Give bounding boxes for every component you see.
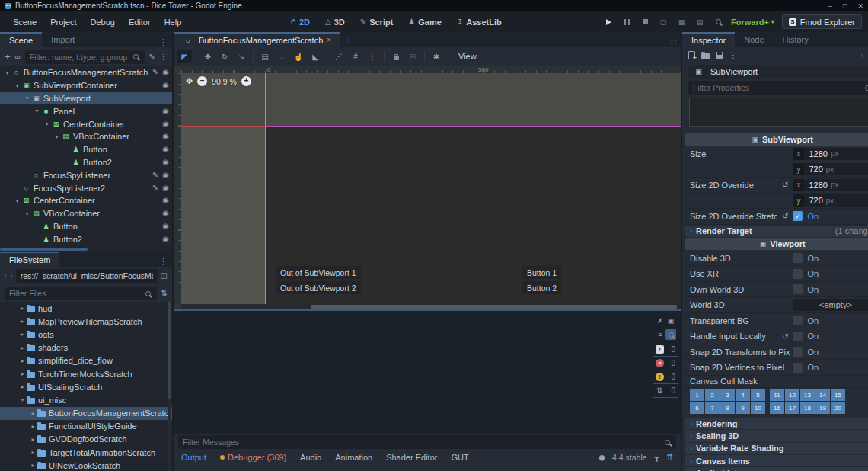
folder-ui_misc[interactable]: ▾ui_misc: [0, 393, 172, 406]
revert-icon[interactable]: ↺: [782, 332, 788, 341]
canvas-viewport[interactable]: 0 500 ✥ − 90.9 % + Out of Su: [174, 66, 681, 309]
visibility-eye-icon[interactable]: ◉: [162, 197, 169, 204]
minimize-button[interactable]: –: [828, 2, 832, 10]
save-resource-button[interactable]: [716, 52, 723, 59]
cull-mask-bit[interactable]: 20: [831, 402, 845, 414]
expand-arrow[interactable]: ▾: [43, 120, 51, 127]
expand-arrow[interactable]: ▸: [29, 449, 37, 456]
movie-writer-icon[interactable]: ▤: [694, 18, 705, 27]
vector-value-field[interactable]: x1280px⇅: [793, 179, 868, 191]
maximize-button[interactable]: □: [843, 2, 847, 10]
filesystem-filter-input[interactable]: [5, 287, 157, 300]
visibility-eye-icon[interactable]: ◉: [162, 107, 169, 115]
folder-mappreviewtilemapscratch[interactable]: ▸MapPreviewTilemapScratch: [0, 315, 172, 328]
expand-arrow[interactable]: ▾: [33, 107, 41, 114]
tab-history[interactable]: History: [774, 32, 818, 47]
current-path-field[interactable]: [16, 269, 158, 283]
canvas-hscrollbar[interactable]: [181, 304, 681, 309]
folder-uiscalingscratch[interactable]: ▸UIScalingScratch: [0, 380, 172, 393]
cull-mask-bit[interactable]: 4: [736, 389, 750, 401]
tab-filesystem[interactable]: FileSystem: [0, 252, 59, 267]
move-tool-button[interactable]: ✥: [200, 50, 215, 63]
visibility-eye-icon[interactable]: ◉: [162, 69, 169, 76]
visibility-eye-icon[interactable]: ◉: [162, 210, 169, 217]
play-button[interactable]: [603, 18, 614, 27]
tree-node-subviewport[interactable]: ▾▣SubViewport: [0, 92, 172, 105]
view-menu-button[interactable]: View: [452, 50, 483, 62]
pause-button[interactable]: [621, 18, 632, 27]
menu-project[interactable]: Project: [43, 15, 83, 29]
pan-tool-button[interactable]: ☝: [291, 50, 306, 63]
bottom-tab-shader-editor[interactable]: Shader Editor: [386, 453, 437, 462]
pivot-tool-button[interactable]: ∴: [274, 50, 289, 63]
scene-tree-menu-button[interactable]: ⋮: [160, 53, 168, 61]
close-button[interactable]: ✕: [857, 2, 863, 10]
split-mode-button[interactable]: ◫: [161, 272, 168, 280]
workspace-game-button[interactable]: ♟Game: [402, 15, 448, 29]
cull-mask-bit[interactable]: 2: [705, 389, 720, 401]
tree-node-centercontainer[interactable]: ▾⊠CenterContainer◉: [0, 117, 172, 130]
visibility-eye-icon[interactable]: ◉: [162, 146, 169, 153]
visibility-eye-icon[interactable]: ◉: [162, 184, 169, 192]
bottom-tab-debugger-369-[interactable]: Debugger (369): [220, 453, 286, 462]
scale-tool-button[interactable]: ↘: [234, 50, 249, 63]
menu-help[interactable]: Help: [158, 15, 189, 29]
folder-torchtimermocksscratch[interactable]: ▸TorchTimerMocksScratch: [0, 367, 172, 380]
expand-arrow[interactable]: ▾: [53, 133, 61, 140]
visibility-eye-icon[interactable]: ◉: [162, 236, 169, 243]
rendered-button-out1[interactable]: Out of SubViewport 1: [276, 266, 361, 279]
section-variable-rate-shading[interactable]: ›Variable Rate Shading: [685, 443, 868, 454]
folder-targettotalanimationscratch[interactable]: ▸TargetTotalAnimationScratch: [0, 446, 172, 459]
load-resource-button[interactable]: [701, 53, 710, 59]
collapse-duplicates-button[interactable]: ≡: [655, 329, 665, 340]
history-back-button[interactable]: ‹: [860, 52, 863, 59]
tab-node[interactable]: Node: [735, 32, 773, 47]
cull-mask-bit[interactable]: 16: [770, 402, 784, 414]
workspace-3d-button[interactable]: △3D: [319, 15, 351, 29]
tree-node-panel[interactable]: ▾■Panel◉: [0, 104, 172, 117]
sort-files-button[interactable]: ⇅: [161, 290, 168, 297]
inspector-filter-input[interactable]: [688, 81, 868, 95]
stop-button[interactable]: [640, 18, 650, 27]
tree-node-button2[interactable]: ♟Button2◉: [0, 232, 172, 245]
visibility-eye-icon[interactable]: ◉: [162, 171, 169, 179]
cull-mask-bit[interactable]: 1: [690, 389, 704, 401]
toggle-misc-button[interactable]: ⇅0: [653, 386, 678, 398]
clear-output-button[interactable]: ✗: [655, 316, 665, 326]
tree-node-button2[interactable]: ♟Button2◉: [0, 156, 172, 169]
expand-arrow[interactable]: ▸: [18, 357, 27, 364]
canvas-content[interactable]: ✥ − 90.9 % + Out of SubViewport 1 Out of…: [181, 73, 681, 304]
expand-arrow[interactable]: ▸: [18, 370, 27, 377]
checkbox[interactable]: ✓: [793, 211, 803, 221]
script-icon[interactable]: ✎: [152, 184, 158, 192]
cull-mask-bit[interactable]: 6: [690, 402, 704, 414]
toggle-errors-button[interactable]: ×0: [653, 358, 678, 370]
cull-mask-bit[interactable]: 19: [815, 402, 830, 414]
zoom-out-button[interactable]: −: [197, 76, 207, 86]
tab-scene[interactable]: Scene: [0, 32, 42, 47]
checkbox[interactable]: [793, 284, 803, 294]
section-rendering[interactable]: ›Rendering: [685, 418, 868, 429]
section-canvas-items[interactable]: ›Canvas Items: [685, 455, 868, 466]
checkbox[interactable]: [793, 347, 803, 357]
lock-button[interactable]: [388, 50, 404, 63]
expand-panel-icon[interactable]: ⇈: [667, 453, 673, 461]
expand-arrow[interactable]: ▸: [18, 383, 27, 390]
bottom-tab-audio[interactable]: Audio: [300, 453, 321, 462]
group-button[interactable]: ⊞: [405, 50, 420, 63]
cull-mask-bit[interactable]: 5: [751, 389, 765, 401]
checkbox[interactable]: [793, 332, 803, 341]
zoom-in-button[interactable]: +: [241, 76, 251, 86]
center-view-icon[interactable]: ✥: [186, 76, 193, 86]
workspace-assetlib-button[interactable]: ↧AssetLib: [451, 15, 508, 29]
renderer-selector[interactable]: Forward+▾: [731, 18, 774, 27]
cull-mask-bit[interactable]: 13: [800, 389, 815, 401]
folder-buttonfocusmanagementscratch[interactable]: ▸ButtonFocusManagementScratch: [0, 407, 172, 420]
expand-arrow[interactable]: ▸: [18, 331, 27, 338]
expand-arrow[interactable]: ▾: [18, 396, 27, 403]
movie-maker-icon[interactable]: ▦: [676, 18, 687, 27]
checkbox[interactable]: [793, 253, 803, 263]
folder-functionaluistyleguide[interactable]: ▸FunctionalUIStyleGuide: [0, 420, 172, 433]
edited-object-selector[interactable]: ▣ SubViewport ▾: [688, 65, 868, 78]
checkbox[interactable]: [793, 269, 803, 279]
